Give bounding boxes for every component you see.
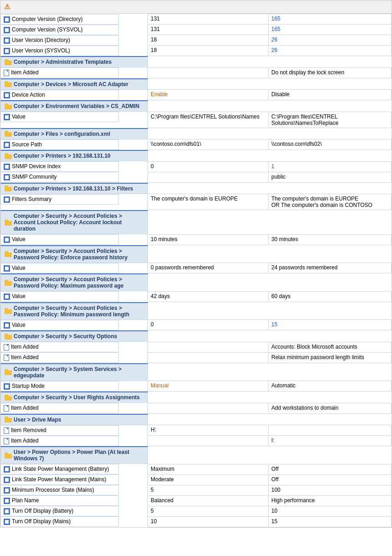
table-row: Item AddedAdd workstations to domain <box>0 403 392 413</box>
table-row: Value42 days60 days <box>0 291 392 302</box>
table-row: Link State Power Management (Mains)Moder… <box>0 474 392 485</box>
folder-icon <box>5 251 12 257</box>
table-row: Link State Power Management (Battery)Max… <box>0 464 392 474</box>
section-header-row: Computer > Devices > Microsoft AC Adapte… <box>0 78 392 90</box>
folder-icon <box>5 131 12 137</box>
row-val2: 24 passwords remembered <box>269 263 392 273</box>
row-label-cell: SNMP Community <box>0 172 119 182</box>
blue-square-icon <box>4 466 10 473</box>
row-val2: Off <box>269 464 392 474</box>
table-row: Turn Off Display (Battery)510 <box>0 506 392 516</box>
table-row: Item AddedDo not display the lock screen <box>0 67 392 78</box>
section-header-row: Computer > Security > System Services > … <box>0 363 392 381</box>
doc-icon <box>4 70 9 76</box>
table-row: Value10 minutes30 minutes <box>0 234 392 245</box>
row-val2: The computer's domain is EUROPEOR The co… <box>269 194 392 210</box>
row-val1: 0 passwords remembered <box>148 263 269 273</box>
row-val2: 15 <box>269 320 392 330</box>
table-row: Source Path\\contoso.com\dfs01\\\contoso… <box>0 139 392 150</box>
section-header-row: Computer > Administrative Templates <box>0 56 392 67</box>
section-title: Computer > Environment Variables > CS_AD… <box>0 100 148 112</box>
blue-square-icon <box>4 498 10 504</box>
blue-square-icon <box>4 16 10 23</box>
row-label: SNMP Community <box>12 174 56 180</box>
row-val1 <box>148 342 269 352</box>
row-val1: The computer's domain is EUROPE <box>148 194 269 210</box>
table-row: Device ActionEnableDisable <box>0 90 392 100</box>
blue-square-icon <box>4 174 10 180</box>
table-row: Item RemovedH: <box>0 425 392 436</box>
row-label: Filters Summary <box>12 196 51 202</box>
section-title: Computer > Security > Account Policies >… <box>0 210 148 234</box>
section-header-row: User > Drive Maps <box>0 414 392 425</box>
row-label-cell: User Version (Directory) <box>0 35 119 46</box>
row-val1: \\contoso.com\dfs01\ <box>148 139 269 150</box>
section-table-12: Computer > Security > System Services > … <box>0 363 392 392</box>
row-label: Device Action <box>12 92 45 98</box>
row-val2: 1 <box>269 161 392 172</box>
blue-square-icon <box>4 114 10 120</box>
row-val1: H: <box>148 425 269 436</box>
row-label-cell: Link State Power Management (Mains) <box>0 474 119 485</box>
row-label-cell: Item Added <box>0 403 119 413</box>
table-row: Computer Version (SYSVOL)131165 <box>0 25 392 35</box>
row-label: Computer Version (Directory) <box>12 16 82 22</box>
blue-square-icon <box>4 92 10 98</box>
row-label: Value <box>12 113 25 120</box>
row-val1: Enable <box>148 90 269 100</box>
section-table-9: Computer > Security > Account Policies >… <box>0 273 392 302</box>
row-label-cell: Plan Name <box>0 495 119 506</box>
row-label: Link State Power Management (Battery) <box>12 466 109 472</box>
row-label-cell: Value <box>0 291 119 302</box>
row-val2: public <box>269 172 392 182</box>
warning-icon: ⚠ <box>4 3 10 11</box>
row-label-cell: Value <box>0 263 119 273</box>
section-title: Computer > Administrative Templates <box>0 56 148 67</box>
row-val1: 5 <box>148 485 269 495</box>
row-val2: 10 <box>269 506 392 516</box>
row-label-cell: Computer Version (Directory) <box>0 14 119 25</box>
section-table-15: User > Power Options > Power Plan (At le… <box>0 446 392 527</box>
row-val2: 15 <box>269 516 392 527</box>
section-title: Computer > Printers > 192.168.131.10 > F… <box>0 183 148 194</box>
table-row: Plan NameBalancedHigh performance <box>0 495 392 506</box>
row-val1: Moderate <box>148 474 269 485</box>
doc-icon <box>4 344 9 350</box>
folder-icon <box>5 220 12 226</box>
section-table-2: Computer > Devices > Microsoft AC Adapte… <box>0 78 392 101</box>
row-label-cell: Turn Off Display (Battery) <box>0 506 119 516</box>
table-row: Value0 passwords remembered24 passwords … <box>0 263 392 273</box>
table-row: Item AddedAccounts: Block Microsoft acco… <box>0 342 392 352</box>
blue-square-icon <box>4 477 10 483</box>
row-val1: 0 <box>148 320 269 330</box>
row-val1 <box>148 172 269 182</box>
blue-square-icon <box>4 37 10 44</box>
row-label: Value <box>12 293 25 299</box>
row-val1 <box>148 436 269 446</box>
blue-square-icon <box>4 265 10 272</box>
row-label-cell: Minimum Processor State (Mains) <box>0 485 119 495</box>
section-title: User > Drive Maps <box>0 414 148 425</box>
section-table-14: User > Drive MapsItem RemovedH:Item Adde… <box>0 414 392 447</box>
folder-icon <box>5 59 12 65</box>
row-val2: Automatic <box>269 381 392 391</box>
table-row: User Version (Directory)1826 <box>0 35 392 46</box>
row-label-cell: Turn Off Display (Mains) <box>0 516 119 527</box>
row-val2: 26 <box>269 35 392 46</box>
section-header-row: Computer > Files > configuration.xml <box>0 128 392 139</box>
blue-square-icon <box>4 519 10 525</box>
row-val1: 10 <box>148 516 269 527</box>
row-label-cell: User Version (SYSVOL) <box>0 46 119 56</box>
row-val1: C:\Program files\CENTREL Solutions\Names <box>148 112 269 128</box>
folder-icon <box>5 185 12 191</box>
folder-icon <box>5 103 12 109</box>
folder-icon <box>5 369 12 375</box>
blue-square-icon <box>4 293 10 300</box>
row-val1: 5 <box>148 506 269 516</box>
section-title: Computer > Security > User Rights Assign… <box>0 391 148 403</box>
row-label-cell: SNMP Device Index <box>0 161 119 172</box>
table-row: Minimum Processor State (Mains)5100 <box>0 485 392 495</box>
section-table-5: Computer > Printers > 192.168.131.10SNMP… <box>0 150 392 183</box>
blue-square-icon <box>4 164 10 170</box>
row-label-cell: Item Added <box>0 436 119 446</box>
